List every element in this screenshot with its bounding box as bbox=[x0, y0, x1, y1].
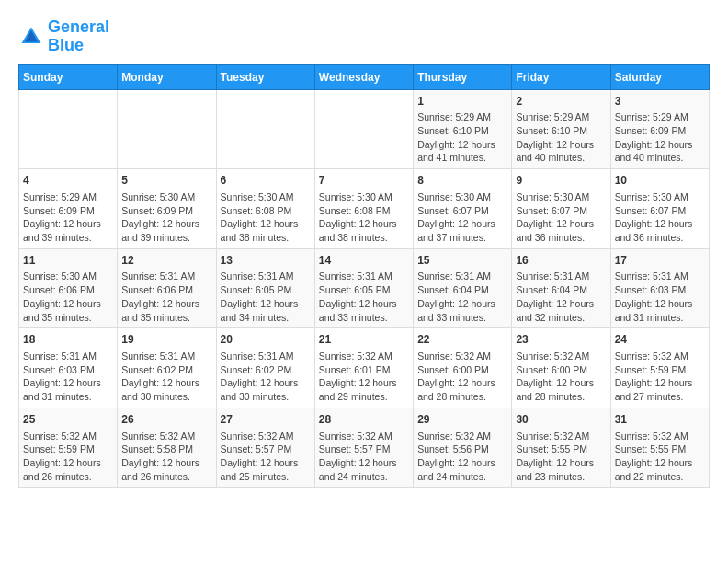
day-header-tuesday: Tuesday bbox=[216, 64, 314, 89]
day-number: 21 bbox=[319, 332, 409, 348]
calendar-cell: 7Sunrise: 5:30 AM Sunset: 6:08 PM Daylig… bbox=[314, 169, 413, 249]
calendar-table: SundayMondayTuesdayWednesdayThursdayFrid… bbox=[18, 64, 710, 488]
day-info: Sunrise: 5:30 AM Sunset: 6:07 PM Dayligh… bbox=[417, 190, 507, 245]
calendar-cell bbox=[19, 89, 118, 169]
page-header: General Blue bbox=[18, 18, 710, 55]
calendar-cell: 16Sunrise: 5:31 AM Sunset: 6:04 PM Dayli… bbox=[512, 248, 610, 328]
logo-text: General Blue bbox=[48, 18, 109, 55]
day-number: 8 bbox=[417, 173, 507, 189]
day-info: Sunrise: 5:31 AM Sunset: 6:02 PM Dayligh… bbox=[221, 350, 311, 404]
week-row-2: 11Sunrise: 5:30 AM Sunset: 6:06 PM Dayli… bbox=[19, 248, 710, 328]
day-info: Sunrise: 5:32 AM Sunset: 6:01 PM Dayligh… bbox=[319, 350, 409, 404]
day-info: Sunrise: 5:29 AM Sunset: 6:10 PM Dayligh… bbox=[516, 110, 606, 165]
day-info: Sunrise: 5:32 AM Sunset: 6:00 PM Dayligh… bbox=[417, 350, 507, 404]
day-number: 11 bbox=[23, 253, 113, 269]
calendar-cell: 25Sunrise: 5:32 AM Sunset: 5:59 PM Dayli… bbox=[19, 408, 118, 488]
day-number: 26 bbox=[121, 412, 211, 428]
week-row-4: 25Sunrise: 5:32 AM Sunset: 5:59 PM Dayli… bbox=[19, 408, 710, 488]
calendar-cell bbox=[216, 89, 314, 169]
day-info: Sunrise: 5:32 AM Sunset: 6:00 PM Dayligh… bbox=[516, 350, 606, 404]
day-info: Sunrise: 5:29 AM Sunset: 6:09 PM Dayligh… bbox=[615, 110, 705, 165]
calendar-cell bbox=[118, 89, 216, 169]
day-info: Sunrise: 5:32 AM Sunset: 5:59 PM Dayligh… bbox=[615, 350, 705, 404]
day-number: 9 bbox=[516, 173, 606, 189]
day-number: 29 bbox=[417, 412, 507, 428]
calendar-cell: 9Sunrise: 5:30 AM Sunset: 6:07 PM Daylig… bbox=[512, 169, 610, 249]
calendar-cell: 13Sunrise: 5:31 AM Sunset: 6:05 PM Dayli… bbox=[216, 248, 314, 328]
header-row: SundayMondayTuesdayWednesdayThursdayFrid… bbox=[19, 64, 710, 89]
day-number: 19 bbox=[121, 332, 211, 348]
day-number: 30 bbox=[516, 412, 606, 428]
calendar-cell bbox=[314, 89, 413, 169]
day-number: 12 bbox=[121, 253, 211, 269]
day-number: 14 bbox=[319, 253, 409, 269]
logo-icon bbox=[18, 24, 44, 50]
day-number: 22 bbox=[417, 332, 507, 348]
day-header-wednesday: Wednesday bbox=[314, 64, 413, 89]
day-info: Sunrise: 5:30 AM Sunset: 6:07 PM Dayligh… bbox=[615, 190, 705, 245]
day-info: Sunrise: 5:32 AM Sunset: 5:56 PM Dayligh… bbox=[417, 430, 507, 484]
calendar-cell: 21Sunrise: 5:32 AM Sunset: 6:01 PM Dayli… bbox=[314, 328, 413, 408]
calendar-cell: 22Sunrise: 5:32 AM Sunset: 6:00 PM Dayli… bbox=[414, 328, 512, 408]
day-info: Sunrise: 5:32 AM Sunset: 5:58 PM Dayligh… bbox=[121, 430, 211, 484]
day-number: 18 bbox=[23, 332, 113, 348]
day-number: 27 bbox=[221, 412, 311, 428]
day-number: 10 bbox=[615, 173, 705, 189]
day-header-saturday: Saturday bbox=[610, 64, 709, 89]
day-number: 24 bbox=[615, 332, 705, 348]
day-info: Sunrise: 5:31 AM Sunset: 6:03 PM Dayligh… bbox=[615, 270, 705, 324]
week-row-3: 18Sunrise: 5:31 AM Sunset: 6:03 PM Dayli… bbox=[19, 328, 710, 408]
day-info: Sunrise: 5:32 AM Sunset: 5:57 PM Dayligh… bbox=[221, 430, 311, 484]
day-number: 13 bbox=[221, 253, 311, 269]
calendar-cell: 17Sunrise: 5:31 AM Sunset: 6:03 PM Dayli… bbox=[610, 248, 709, 328]
calendar-cell: 28Sunrise: 5:32 AM Sunset: 5:57 PM Dayli… bbox=[314, 408, 413, 488]
calendar-cell: 24Sunrise: 5:32 AM Sunset: 5:59 PM Dayli… bbox=[610, 328, 709, 408]
calendar-cell: 3Sunrise: 5:29 AM Sunset: 6:09 PM Daylig… bbox=[610, 89, 709, 169]
day-header-sunday: Sunday bbox=[19, 64, 118, 89]
day-info: Sunrise: 5:29 AM Sunset: 6:09 PM Dayligh… bbox=[23, 190, 113, 245]
calendar-cell: 30Sunrise: 5:32 AM Sunset: 5:55 PM Dayli… bbox=[512, 408, 610, 488]
calendar-cell: 14Sunrise: 5:31 AM Sunset: 6:05 PM Dayli… bbox=[314, 248, 413, 328]
calendar-cell: 29Sunrise: 5:32 AM Sunset: 5:56 PM Dayli… bbox=[414, 408, 512, 488]
calendar-header: SundayMondayTuesdayWednesdayThursdayFrid… bbox=[19, 64, 710, 89]
day-info: Sunrise: 5:31 AM Sunset: 6:04 PM Dayligh… bbox=[516, 270, 606, 324]
day-info: Sunrise: 5:31 AM Sunset: 6:05 PM Dayligh… bbox=[221, 270, 311, 324]
day-number: 7 bbox=[319, 173, 409, 189]
day-number: 25 bbox=[23, 412, 113, 428]
day-number: 5 bbox=[121, 173, 211, 189]
day-number: 4 bbox=[23, 173, 113, 189]
week-row-1: 4Sunrise: 5:29 AM Sunset: 6:09 PM Daylig… bbox=[19, 169, 710, 249]
day-info: Sunrise: 5:29 AM Sunset: 6:10 PM Dayligh… bbox=[417, 110, 507, 165]
week-row-0: 1Sunrise: 5:29 AM Sunset: 6:10 PM Daylig… bbox=[19, 89, 710, 169]
day-info: Sunrise: 5:30 AM Sunset: 6:07 PM Dayligh… bbox=[516, 190, 606, 245]
day-info: Sunrise: 5:31 AM Sunset: 6:02 PM Dayligh… bbox=[121, 350, 211, 404]
day-number: 20 bbox=[221, 332, 311, 348]
calendar-cell: 4Sunrise: 5:29 AM Sunset: 6:09 PM Daylig… bbox=[19, 169, 118, 249]
calendar-body: 1Sunrise: 5:29 AM Sunset: 6:10 PM Daylig… bbox=[19, 89, 710, 488]
day-info: Sunrise: 5:31 AM Sunset: 6:04 PM Dayligh… bbox=[417, 270, 507, 324]
day-info: Sunrise: 5:32 AM Sunset: 5:55 PM Dayligh… bbox=[615, 430, 705, 484]
day-info: Sunrise: 5:31 AM Sunset: 6:03 PM Dayligh… bbox=[23, 350, 113, 404]
calendar-cell: 26Sunrise: 5:32 AM Sunset: 5:58 PM Dayli… bbox=[118, 408, 216, 488]
day-info: Sunrise: 5:30 AM Sunset: 6:08 PM Dayligh… bbox=[221, 190, 311, 245]
day-info: Sunrise: 5:31 AM Sunset: 6:06 PM Dayligh… bbox=[121, 270, 211, 324]
day-info: Sunrise: 5:30 AM Sunset: 6:06 PM Dayligh… bbox=[23, 270, 113, 324]
day-number: 3 bbox=[615, 94, 705, 109]
calendar-cell: 10Sunrise: 5:30 AM Sunset: 6:07 PM Dayli… bbox=[610, 169, 709, 249]
day-number: 6 bbox=[221, 173, 311, 189]
calendar-cell: 6Sunrise: 5:30 AM Sunset: 6:08 PM Daylig… bbox=[216, 169, 314, 249]
calendar-cell: 15Sunrise: 5:31 AM Sunset: 6:04 PM Dayli… bbox=[414, 248, 512, 328]
calendar-cell: 27Sunrise: 5:32 AM Sunset: 5:57 PM Dayli… bbox=[216, 408, 314, 488]
calendar-cell: 5Sunrise: 5:30 AM Sunset: 6:09 PM Daylig… bbox=[118, 169, 216, 249]
day-info: Sunrise: 5:32 AM Sunset: 5:57 PM Dayligh… bbox=[319, 430, 409, 484]
day-info: Sunrise: 5:32 AM Sunset: 5:59 PM Dayligh… bbox=[23, 430, 113, 484]
day-info: Sunrise: 5:30 AM Sunset: 6:09 PM Dayligh… bbox=[121, 190, 211, 245]
calendar-cell: 11Sunrise: 5:30 AM Sunset: 6:06 PM Dayli… bbox=[19, 248, 118, 328]
day-info: Sunrise: 5:32 AM Sunset: 5:55 PM Dayligh… bbox=[516, 430, 606, 484]
day-number: 17 bbox=[615, 253, 705, 269]
day-number: 1 bbox=[417, 94, 507, 109]
calendar-cell: 23Sunrise: 5:32 AM Sunset: 6:00 PM Dayli… bbox=[512, 328, 610, 408]
logo: General Blue bbox=[18, 18, 109, 55]
day-info: Sunrise: 5:30 AM Sunset: 6:08 PM Dayligh… bbox=[319, 190, 409, 245]
calendar-cell: 19Sunrise: 5:31 AM Sunset: 6:02 PM Dayli… bbox=[118, 328, 216, 408]
